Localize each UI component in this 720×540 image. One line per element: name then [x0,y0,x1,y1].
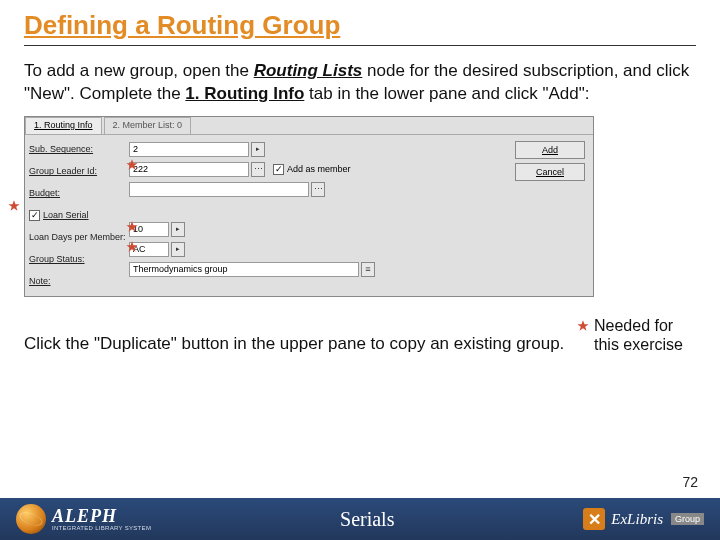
legend: Needed for this exercise [576,316,696,354]
add-as-member-checkbox[interactable] [273,164,284,175]
tab-routing-info[interactable]: 1. Routing Info [25,117,102,134]
budget-input[interactable] [129,182,309,197]
sub-sequence-picker-icon[interactable] [251,142,265,157]
sub-sequence-input[interactable]: 2 [129,142,249,157]
label-budget: Budget: [29,185,129,202]
exlibris-logo: ✕ ExLibris Group [583,508,704,530]
intro-pre: To add a new group, open the [24,61,254,80]
aleph-tagline: INTEGRATED LIBRARY SYSTEM [52,525,151,531]
footer-title: Serials [340,508,394,530]
page-title: Defining a Routing Group [24,10,696,46]
label-add-as-member: Add as member [287,164,351,174]
cancel-button[interactable]: Cancel [515,163,585,181]
add-button[interactable]: Add [515,141,585,159]
intro-routing-lists: Routing Lists [254,61,363,80]
page-number: 72 [682,474,698,490]
intro-post: tab in the lower pane and click "Add": [304,84,589,103]
star-icon [125,220,139,234]
label-group-leader: Group Leader Id: [29,163,129,180]
aleph-sphere-icon [16,504,46,534]
aleph-wordmark: ALEPH [52,507,151,525]
group-leader-browse-icon[interactable] [251,162,265,177]
exlibris-mark-icon: ✕ [583,508,605,530]
group-status-picker-icon[interactable] [171,242,185,257]
star-icon [125,240,139,254]
label-note: Note: [29,273,129,290]
label-sub-sequence: Sub. Sequence: [29,141,129,158]
note-expand-icon[interactable] [361,262,375,277]
exlibris-group-badge: Group [671,513,704,525]
loan-days-picker-icon[interactable] [171,222,185,237]
label-group-status: Group Status: [29,251,129,268]
routing-info-dialog: 1. Routing Info 2. Member List: 0 Sub. S… [24,116,594,297]
exlibris-wordmark: ExLibris [611,511,663,528]
intro-routing-info: 1. Routing Info [185,84,304,103]
budget-browse-icon[interactable] [311,182,325,197]
aleph-logo: ALEPH INTEGRATED LIBRARY SYSTEM [16,504,151,534]
label-loan-serial: Loan Serial [43,210,89,220]
loan-serial-checkbox[interactable] [29,210,40,221]
star-icon [7,199,21,213]
tab-strip: 1. Routing Info 2. Member List: 0 [25,117,593,135]
star-icon [576,316,590,335]
tab-member-list[interactable]: 2. Member List: 0 [104,117,192,134]
footer: ALEPH INTEGRATED LIBRARY SYSTEM Serials … [0,498,720,540]
star-icon [125,158,139,172]
group-leader-input[interactable]: 222 [129,162,249,177]
intro-text: To add a new group, open the Routing Lis… [24,60,696,106]
label-loan-days: Loan Days per Member: [29,229,129,246]
note-input[interactable]: Thermodynamics group [129,262,359,277]
legend-text: Needed for this exercise [594,316,696,354]
